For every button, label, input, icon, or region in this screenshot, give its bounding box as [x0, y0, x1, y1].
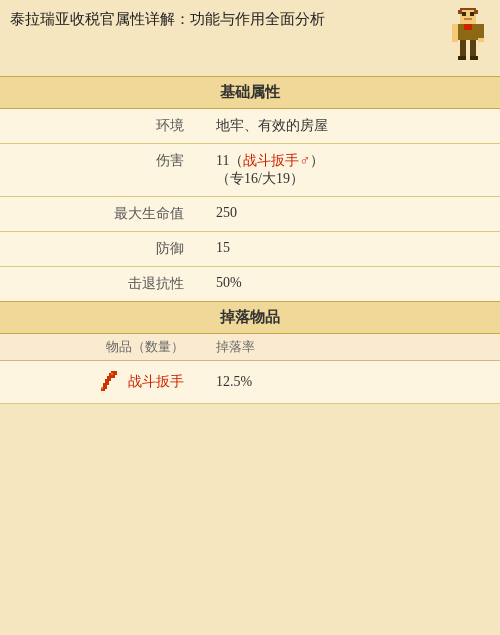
drop-item-name: 战斗扳手: [0, 361, 200, 404]
basic-attrs-header: 基础属性: [0, 77, 500, 109]
table-row: 伤害 11（战斗扳手♂）（专16/大19）: [0, 144, 500, 197]
svg-rect-24: [111, 371, 116, 373]
col-header-item: 物品（数量）: [0, 334, 200, 361]
svg-rect-6: [474, 10, 478, 14]
svg-rect-4: [460, 8, 476, 10]
svg-rect-9: [452, 24, 458, 38]
svg-rect-1: [462, 12, 466, 16]
value-damage: 11（战斗扳手♂）（专16/大19）: [200, 144, 500, 197]
title-section: 泰拉瑞亚收税官属性详解：功能与作用全面分析: [0, 0, 500, 76]
label-damage: 伤害: [0, 144, 200, 197]
npc-sprite: [446, 8, 490, 68]
svg-rect-26: [111, 373, 113, 375]
table-row: 击退抗性 50%: [0, 267, 500, 302]
drops-header: 掉落物品: [0, 302, 500, 334]
svg-rect-2: [470, 12, 474, 16]
svg-rect-16: [470, 56, 478, 60]
svg-rect-25: [101, 387, 103, 389]
table-row: 环境 地牢、有效的房屋: [0, 109, 500, 144]
svg-rect-3: [464, 18, 472, 20]
value-max-hp: 250: [200, 197, 500, 232]
value-defense: 15: [200, 232, 500, 267]
wrench-icon: [98, 369, 124, 395]
table-row: 最大生命值 250: [0, 197, 500, 232]
drop-wrench-link[interactable]: 战斗扳手: [128, 373, 184, 391]
item-with-icon: 战斗扳手: [16, 369, 184, 395]
label-max-hp: 最大生命值: [0, 197, 200, 232]
svg-rect-12: [478, 38, 484, 42]
svg-rect-11: [452, 38, 458, 42]
label-knockback: 击退抗性: [0, 267, 200, 302]
svg-rect-15: [458, 56, 466, 60]
info-table: 基础属性 环境 地牢、有效的房屋 伤害 11（战斗扳手♂）（专16/大19） 最…: [0, 76, 500, 404]
npc-sprite-container: [446, 8, 490, 72]
svg-rect-13: [460, 40, 466, 56]
drop-item-rate: 12.5%: [200, 361, 500, 404]
value-knockback: 50%: [200, 267, 500, 302]
drops-header-row: 掉落物品: [0, 302, 500, 334]
page-title: 泰拉瑞亚收税官属性详解：功能与作用全面分析: [10, 8, 438, 31]
drop-column-headers: 物品（数量） 掉落率: [0, 334, 500, 361]
combat-wrench-link[interactable]: 战斗扳手♂: [243, 153, 310, 168]
svg-rect-10: [478, 24, 484, 38]
svg-rect-14: [470, 40, 476, 56]
svg-rect-17: [464, 24, 472, 30]
table-row: 防御 15: [0, 232, 500, 267]
table-row: 战斗扳手 12.5%: [0, 361, 500, 404]
col-header-rate: 掉落率: [200, 334, 500, 361]
label-environment: 环境: [0, 109, 200, 144]
value-environment: 地牢、有效的房屋: [200, 109, 500, 144]
label-defense: 防御: [0, 232, 200, 267]
basic-attrs-header-row: 基础属性: [0, 77, 500, 109]
svg-rect-5: [458, 10, 462, 14]
